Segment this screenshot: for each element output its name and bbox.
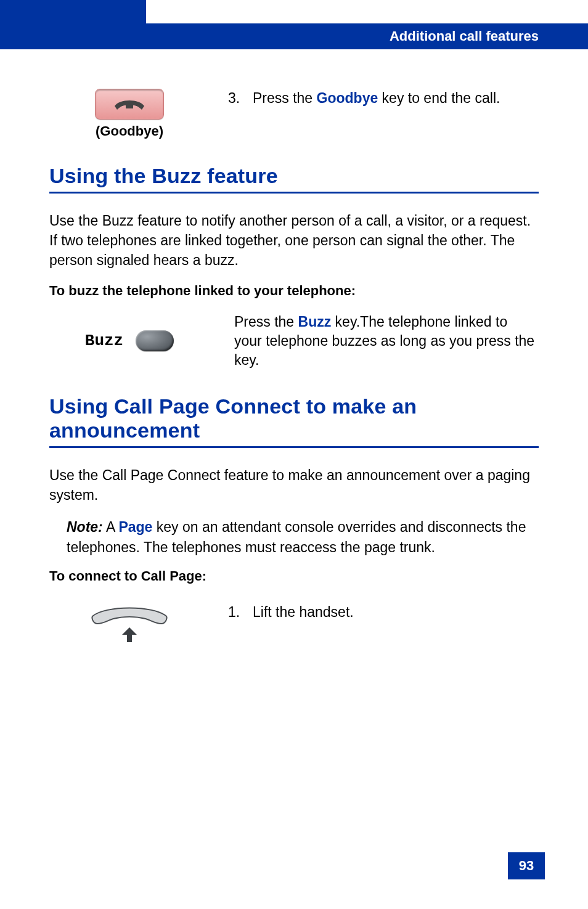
step3-number: 3. (228, 89, 242, 108)
step3-post: key to end the call. (378, 90, 500, 106)
step1-instruction: Lift the handset. (253, 603, 354, 622)
buzz-how-heading: To buzz the telephone linked to your tel… (49, 283, 539, 299)
goodbye-key-name: Goodbye (317, 90, 378, 106)
buzz-key-label: Buzz (85, 332, 123, 350)
step3-row: (Goodbye) 3. Press the Goodbye key to en… (49, 89, 539, 139)
heading-buzz-rule (49, 192, 539, 194)
page-key-name: Page (118, 519, 152, 535)
note-pre: A (103, 519, 119, 535)
buzz-row: Buzz Press the Buzz key.The telephone li… (49, 312, 539, 370)
step3-instruction: Press the Goodbye key to end the call. (253, 89, 500, 108)
heading-callpage: Using Call Page Connect to make an annou… (49, 394, 539, 442)
buzz-text-pre: Press the (234, 314, 298, 330)
page-number-value: 93 (519, 858, 534, 874)
buzz-instruction: Press the Buzz key.The telephone linked … (234, 312, 539, 370)
top-left-band (0, 0, 146, 49)
step1-text: 1. Lift the handset. (228, 603, 539, 622)
step1-row: 1. Lift the handset. (49, 603, 539, 648)
handset-lift-icon (86, 603, 173, 648)
goodbye-button-graphic (95, 89, 164, 120)
softkey-icon (136, 330, 174, 351)
callpage-note: Note: A Page key on an attendant console… (67, 517, 539, 556)
header-bar: Additional call features (146, 23, 588, 49)
buzz-key-name: Buzz (298, 314, 332, 330)
callpage-intro: Use the Call Page Connect feature to mak… (49, 465, 539, 505)
buzz-key-illustration: Buzz (49, 330, 210, 351)
heading-callpage-rule (49, 446, 539, 448)
note-label: Note: (67, 519, 103, 535)
page-number: 93 (508, 852, 545, 879)
step1-number: 1. (228, 603, 242, 622)
goodbye-button-label: (Goodbye) (96, 123, 163, 139)
callpage-connect-heading: To connect to Call Page: (49, 568, 539, 584)
step3-pre: Press the (253, 90, 317, 106)
lift-handset-illustration (49, 603, 210, 648)
hangup-icon (111, 95, 148, 113)
heading-buzz: Using the Buzz feature (49, 164, 539, 188)
step3-text: 3. Press the Goodbye key to end the call… (228, 89, 539, 108)
buzz-intro: Use the Buzz feature to notify another p… (49, 211, 539, 271)
goodbye-key-illustration: (Goodbye) (49, 89, 210, 139)
header-title: Additional call features (390, 28, 539, 44)
